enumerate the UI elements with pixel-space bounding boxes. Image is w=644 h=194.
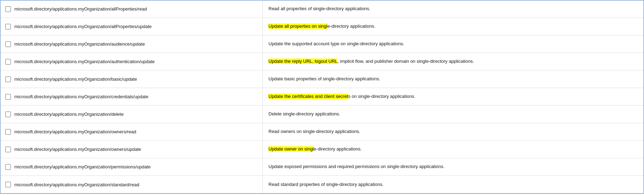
permission-cell: microsoft.directory/applications.myOrgan…: [0, 53, 263, 70]
table-row: microsoft.directory/applications.myOrgan…: [0, 123, 644, 141]
permission-cell: microsoft.directory/applications.myOrgan…: [0, 35, 263, 53]
permission-name: microsoft.directory/applications.myOrgan…: [14, 129, 136, 134]
table-row: microsoft.directory/applications.myOrgan…: [0, 35, 644, 53]
permission-name: microsoft.directory/applications.myOrgan…: [14, 59, 155, 64]
permission-cell: microsoft.directory/applications.myOrgan…: [0, 88, 263, 105]
description-cell: Read all properties of single-directory …: [263, 0, 644, 18]
table-row: microsoft.directory/applications.myOrgan…: [0, 0, 644, 18]
table-row: microsoft.directory/applications.myOrgan…: [0, 18, 644, 35]
description-cell: Update the reply URL, logout URL, implic…: [263, 53, 644, 70]
permission-name: microsoft.directory/applications.myOrgan…: [14, 147, 141, 152]
permission-name: microsoft.directory/applications.myOrgan…: [14, 76, 137, 82]
description-text: Update the certificates and client secre…: [268, 93, 415, 100]
description-text: Update owner on single-directory applica…: [268, 146, 362, 152]
permission-cell: microsoft.directory/applications.myOrgan…: [0, 71, 263, 88]
row-checkbox[interactable]: [5, 129, 11, 135]
description-text: Update the supported account type on sin…: [268, 41, 404, 47]
row-checkbox[interactable]: [5, 41, 11, 47]
table-row: microsoft.directory/applications.myOrgan…: [0, 53, 644, 71]
description-text: Read owners on single-directory applicat…: [268, 128, 360, 135]
description-text: Update the reply URL, logout URL, implic…: [268, 58, 474, 65]
permission-name: microsoft.directory/applications.myOrgan…: [14, 182, 139, 187]
table-row: microsoft.directory/applications.myOrgan…: [0, 158, 644, 176]
description-text: Delete single-directory applications.: [268, 111, 340, 117]
row-checkbox[interactable]: [5, 6, 11, 12]
row-checkbox[interactable]: [5, 94, 11, 100]
permission-name: microsoft.directory/applications.myOrgan…: [14, 24, 152, 29]
description-text: Update basic properties of single-direct…: [268, 76, 380, 82]
description-text: Read all properties of single-directory …: [268, 6, 370, 12]
permission-name: microsoft.directory/applications.myOrgan…: [14, 94, 148, 99]
description-cell: Update owner on single-directory applica…: [263, 141, 644, 158]
permission-name: microsoft.directory/applications.myOrgan…: [14, 164, 150, 169]
description-text: Update exposed permissions and required …: [268, 163, 444, 170]
row-checkbox[interactable]: [5, 24, 11, 29]
description-cell: Delete single-directory applications.: [263, 106, 644, 123]
description-text: Update all properties on single-director…: [268, 23, 376, 29]
description-cell: Update the certificates and client secre…: [263, 88, 644, 105]
permission-cell: microsoft.directory/applications.myOrgan…: [0, 18, 263, 35]
table-row: microsoft.directory/applications.myOrgan…: [0, 141, 644, 158]
description-cell: Update basic properties of single-direct…: [263, 71, 644, 88]
permission-cell: microsoft.directory/applications.myOrgan…: [0, 158, 263, 175]
description-cell: Read owners on single-directory applicat…: [263, 123, 644, 140]
table-row: microsoft.directory/applications.myOrgan…: [0, 176, 644, 193]
table-row: microsoft.directory/applications.myOrgan…: [0, 71, 644, 88]
permission-cell: microsoft.directory/applications.myOrgan…: [0, 123, 263, 140]
description-cell: Update all properties on single-director…: [263, 18, 644, 35]
permission-name: microsoft.directory/applications.myOrgan…: [14, 41, 145, 47]
table-row: microsoft.directory/applications.myOrgan…: [0, 106, 644, 123]
row-checkbox[interactable]: [5, 164, 11, 170]
description-text: Read standard properties of single-direc…: [268, 181, 384, 188]
description-cell: Update exposed permissions and required …: [263, 158, 644, 175]
description-cell: Update the supported account type on sin…: [263, 35, 644, 53]
description-cell: Read standard properties of single-direc…: [263, 176, 644, 193]
table-row: microsoft.directory/applications.myOrgan…: [0, 88, 644, 106]
row-checkbox[interactable]: [5, 59, 11, 65]
permissions-table: microsoft.directory/applications.myOrgan…: [0, 0, 644, 194]
row-checkbox[interactable]: [5, 112, 11, 117]
row-checkbox[interactable]: [5, 76, 11, 82]
permission-name: microsoft.directory/applications.myOrgan…: [14, 112, 124, 117]
permission-name: microsoft.directory/applications.myOrgan…: [14, 6, 147, 12]
row-checkbox[interactable]: [5, 182, 11, 187]
permission-cell: microsoft.directory/applications.myOrgan…: [0, 106, 263, 123]
row-checkbox[interactable]: [5, 147, 11, 152]
permission-cell: microsoft.directory/applications.myOrgan…: [0, 0, 263, 18]
permission-cell: microsoft.directory/applications.myOrgan…: [0, 141, 263, 158]
permission-cell: microsoft.directory/applications.myOrgan…: [0, 176, 263, 193]
